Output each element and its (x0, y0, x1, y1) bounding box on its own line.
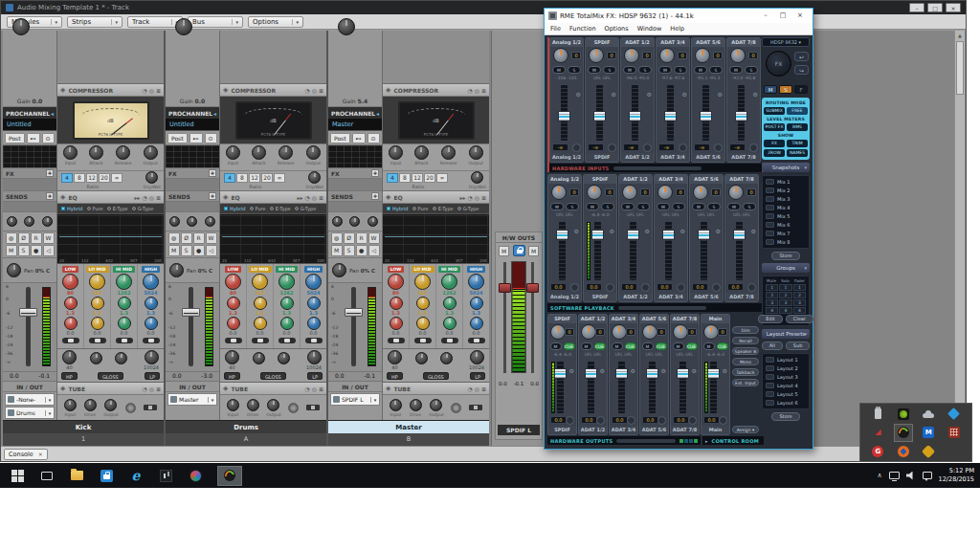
layout-load-button[interactable] (766, 357, 774, 363)
cue-button[interactable]: CUE (717, 342, 728, 350)
tube-knob-drive[interactable]: Drive (247, 399, 259, 417)
fader-handle[interactable] (19, 308, 37, 317)
snapshot-item[interactable]: Mix 1 (766, 178, 806, 186)
knob[interactable] (62, 350, 77, 364)
add-send-icon[interactable]: + (209, 192, 216, 200)
submix-led[interactable] (684, 439, 688, 443)
lock-icon[interactable] (513, 245, 525, 256)
collapse-icon[interactable]: ◂ (213, 110, 216, 117)
tool-icon[interactable]: ⚙ (610, 228, 614, 234)
fader-handle[interactable] (629, 111, 641, 121)
master-fader-button[interactable]: F (794, 85, 808, 94)
mute-button[interactable]: M (642, 342, 654, 350)
gloss-knob-b[interactable] (115, 352, 127, 364)
cue-button[interactable]: CUE (686, 342, 698, 350)
knob[interactable] (64, 399, 77, 411)
solo-button[interactable]: S (674, 66, 687, 74)
pan-knob[interactable] (730, 48, 746, 63)
pan-knob[interactable] (673, 324, 688, 340)
menu-function[interactable]: Function (569, 25, 596, 33)
eq-mode-hybrid[interactable]: Hybrid (224, 206, 246, 211)
knob[interactable] (115, 352, 127, 364)
post-button[interactable]: Post (5, 133, 25, 143)
section-scrollbar[interactable] (618, 306, 706, 310)
option-free[interactable]: FREE (787, 107, 808, 115)
layout-load-button[interactable] (766, 383, 774, 388)
pan-knob[interactable] (693, 185, 708, 200)
master-solo-button[interactable]: S (779, 85, 792, 94)
channel-name[interactable]: ADAT 3/4 (655, 175, 687, 184)
group-cell-fader-2[interactable]: 2 (793, 292, 806, 298)
taskbar-ie-icon[interactable]: e (125, 465, 146, 486)
power-icon[interactable]: ⊙ (42, 133, 55, 143)
band-enable-toggle[interactable] (143, 338, 160, 343)
trim-knob[interactable] (572, 143, 581, 152)
solo-button[interactable]: S (743, 203, 756, 210)
input-gain-icon[interactable]: ◍ (6, 232, 17, 244)
snapshot-load-button[interactable] (766, 187, 774, 193)
comp-knob-input[interactable]: Input (63, 145, 78, 165)
mute-button[interactable]: M (612, 342, 623, 350)
knob[interactable] (278, 145, 293, 160)
ratio-button-∞[interactable]: ∞ (274, 173, 285, 183)
pan-knob[interactable] (169, 263, 184, 277)
small-knob[interactable] (332, 216, 343, 227)
tool-icon[interactable]: ⚙ (574, 228, 579, 234)
lp-button[interactable]: LP (307, 372, 323, 380)
trim-knob[interactable] (688, 416, 697, 425)
pan-knob[interactable] (550, 324, 566, 340)
pan-knob[interactable] (332, 263, 346, 277)
record-arm-button[interactable]: R (356, 232, 368, 244)
add-fx-icon[interactable]: + (46, 169, 54, 177)
bypass-icon[interactable]: ◎ (149, 194, 154, 201)
taskbar-store-icon[interactable] (96, 465, 117, 486)
add-fx-icon[interactable]: + (209, 169, 216, 177)
band-knob[interactable] (145, 297, 158, 310)
trim-knob[interactable] (719, 416, 727, 425)
band-knob[interactable] (470, 297, 483, 310)
monitor-icon[interactable]: ◁ (206, 245, 217, 256)
dim-icon[interactable]: ● (193, 245, 205, 256)
tool-icon[interactable]: ⚙ (600, 367, 605, 374)
knob[interactable] (470, 350, 484, 364)
mute-button[interactable]: M (6, 245, 17, 256)
band-knob[interactable] (390, 297, 403, 310)
security-tray-icon[interactable] (898, 446, 909, 457)
gdata-tray-icon[interactable]: G (872, 446, 883, 457)
small-knob[interactable] (42, 216, 53, 227)
preset-menu-icon[interactable]: ≡ (319, 386, 323, 392)
close-icon[interactable]: × (38, 451, 43, 457)
snapshot-load-button[interactable] (766, 205, 774, 210)
section-scrollbar[interactable] (613, 166, 702, 170)
fader-handle[interactable] (627, 230, 639, 240)
menu-options[interactable]: Options (605, 25, 629, 33)
channel-name[interactable]: Master (328, 420, 489, 433)
pan-knob[interactable] (612, 324, 627, 340)
prochannel-preset[interactable]: Untitled (3, 119, 56, 131)
input-gain-icon[interactable]: ◍ (168, 232, 180, 244)
knob[interactable] (225, 350, 239, 364)
band-knob[interactable] (64, 297, 78, 310)
snapshots-store-button[interactable]: Store (771, 252, 799, 260)
channel-name[interactable]: ADAT 5/6 (692, 38, 724, 47)
tool-icon[interactable]: ⚙ (645, 228, 650, 234)
tool-icon[interactable]: ⚙ (569, 367, 574, 374)
fader-handle[interactable] (662, 230, 675, 240)
knob[interactable] (469, 145, 483, 160)
snapshot-item[interactable]: Mix 6 (766, 221, 806, 229)
comp-knob-output[interactable]: Output (143, 145, 158, 165)
band-knob[interactable] (307, 317, 321, 330)
snapshot-load-button[interactable] (766, 239, 774, 245)
fader-handle[interactable] (585, 368, 597, 379)
band-knob[interactable] (416, 297, 430, 310)
cr-button-speakerb[interactable]: Speaker B (732, 347, 759, 355)
power-icon[interactable]: ⊙ (205, 133, 217, 143)
small-knob[interactable] (169, 216, 180, 227)
lp-button[interactable]: LP (470, 372, 485, 380)
trim-knob[interactable] (679, 143, 687, 152)
dim-icon[interactable]: ● (31, 245, 42, 256)
sync-tray-icon[interactable] (947, 408, 960, 420)
trim-knob[interactable] (596, 416, 605, 425)
snapshots-header[interactable]: Snapshots▾ (762, 163, 810, 172)
band-enable-toggle[interactable] (62, 338, 79, 343)
